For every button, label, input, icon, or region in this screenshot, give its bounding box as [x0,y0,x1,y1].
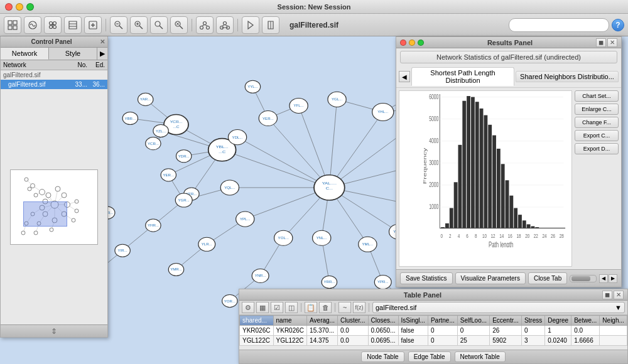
tp-grid-btn[interactable]: ▦ [256,302,269,313]
enlarge-chart-btn[interactable]: Enlarge C... [575,104,619,115]
rp-nav-prev[interactable]: ◀ [399,71,410,82]
svg-text:...C: ...C [219,149,226,153]
tp-func-btn[interactable]: f(z) [353,302,365,313]
svg-text:YAL.....: YAL..... [322,181,337,185]
minimize-button[interactable] [16,3,23,11]
toolbar-btn-13[interactable] [262,16,279,34]
tp-tilde-btn[interactable]: ~ [338,302,351,313]
col-issingle[interactable]: IsSingl... [398,316,428,326]
toolbar-sep-3 [237,19,238,31]
visualize-parameters-btn[interactable]: Visualize Parameters [455,272,526,284]
tp-corner-btn-close[interactable]: ✕ [614,291,624,299]
col-degree[interactable]: Degree [545,316,571,326]
svg-text:YRR...: YRR... [323,281,335,284]
network-row-selected[interactable]: galFiltered.sif 33... 36... [1,80,107,89]
table-row[interactable]: YKR026C YKR026C 15.370... 0.0 0.0650... … [240,326,627,336]
rp-scrollbar-thumb [571,276,590,281]
col-name[interactable]: name [273,316,307,326]
table-row[interactable]: YGL122C YGL122C 14.375 0.0 0.0695... fal… [240,336,627,346]
svg-text:YLR...: YLR... [202,243,212,246]
save-statistics-btn[interactable]: Save Statistics [400,272,453,284]
svg-point-227 [34,193,38,197]
table-header-row: shared... name Averag... Cluster... Clos… [240,316,627,326]
close-button[interactable] [5,3,13,11]
maximize-button[interactable] [26,3,34,11]
toolbar-btn-7[interactable] [130,16,148,34]
col-cluster[interactable]: Cluster... [338,316,369,326]
tab-network[interactable]: Network [1,48,49,60]
cell-issingle-1: false [398,336,428,346]
svg-text:YOR...: YOR... [224,299,236,302]
edge-table-btn[interactable]: Edge Table [408,351,451,362]
tp-layout-btn[interactable]: ◫ [285,302,298,313]
svg-rect-261 [471,97,475,228]
tp-check-btn[interactable]: ☑ [271,302,283,313]
header-network: Network [3,62,68,68]
toolbar-btn-12[interactable] [242,16,259,34]
svg-line-27 [205,24,208,26]
toolbar-search-input[interactable] [509,18,609,32]
tab-arrow[interactable]: ▶ [97,48,107,60]
toolbar-btn-3[interactable] [44,16,62,34]
col-partner[interactable]: Partne... [428,316,457,326]
toolbar-btn-6[interactable] [110,16,127,34]
chart-set-btn[interactable]: Chart Set... [575,90,619,102]
col-avg[interactable]: Averag... [307,316,338,326]
rp-corner-btn-close[interactable]: ✕ [607,38,617,47]
toolbar-btn-1[interactable] [4,16,21,34]
tp-copy-btn[interactable]: 📋 [305,302,317,313]
tp-delete-btn[interactable]: 🗑 [319,302,332,313]
toolbar-btn-8[interactable] [150,16,168,34]
toolbar-btn-11[interactable] [216,16,234,34]
svg-text:2: 2 [449,232,452,239]
svg-rect-268 [501,164,505,228]
svg-rect-262 [475,102,479,228]
tp-corner-btn-1[interactable]: ◼ [602,291,612,299]
rp-scroll-right[interactable]: ▶ [609,274,617,283]
toolbar-btn-10[interactable] [196,16,214,34]
col-selfloop[interactable]: SelfLoo... [457,316,489,326]
svg-text:YDR...: YDR... [178,154,190,158]
rp-scrollbar[interactable] [570,275,597,282]
export-data-btn[interactable]: Export D... [575,143,619,154]
col-close[interactable]: Closes... [368,316,398,326]
svg-rect-267 [497,149,501,228]
toolbar-btn-4[interactable] [64,16,82,34]
rp-close-btn[interactable] [400,40,406,46]
tp-network-select[interactable]: galFiltered.sif ▼ [372,302,625,313]
col-stress[interactable]: Stress [521,316,544,326]
export-chart-btn[interactable]: Export C... [575,130,619,141]
rp-scroll-left[interactable]: ◀ [599,274,608,283]
control-panel-close[interactable]: ✕ [100,38,105,45]
main-title-bar: Session: New Session [0,0,628,14]
network-row-parent[interactable]: galFiltered.sif [1,70,107,80]
svg-text:YER...: YER... [263,117,274,120]
toolbar-btn-5[interactable] [84,16,102,34]
node-table-btn[interactable]: Node Table [361,351,404,362]
toolbar-help-button[interactable]: ? [612,19,624,31]
tab-shared-neighbors[interactable]: Shared Neighbors Distributio... [516,71,619,82]
tab-style[interactable]: Style [49,48,97,60]
table-panel-title: Table Panel [243,291,602,299]
toolbar-btn-9[interactable] [170,16,188,34]
network-table-btn[interactable]: Network Table [455,351,506,362]
control-panel: Control Panel ✕ Network Style ▶ Network … [0,36,108,338]
close-tab-btn[interactable]: Close Tab [528,272,567,284]
change-font-btn[interactable]: Change F... [575,117,619,128]
col-eccent[interactable]: Eccentr... [490,316,522,326]
svg-point-7 [50,25,53,28]
svg-text:22: 22 [534,232,538,239]
col-shared[interactable]: shared... [240,316,274,326]
svg-line-32 [225,24,228,26]
rp-corner-btn-1[interactable]: ◼ [596,38,606,47]
rp-min-btn[interactable] [409,40,415,46]
toolbar-btn-2[interactable] [24,16,41,34]
col-betwe[interactable]: Betwe... [571,316,600,326]
svg-text:6: 6 [466,232,468,239]
tab-shortest-path[interactable]: Shortest Path Length Distribution [411,67,514,86]
col-neigh[interactable]: Neigh... [600,316,627,326]
network-name-selected: galFiltered.sif [8,81,68,88]
tp-settings-btn[interactable]: ⚙ [242,302,254,313]
svg-marker-34 [248,21,253,29]
rp-max-btn[interactable] [418,40,424,46]
